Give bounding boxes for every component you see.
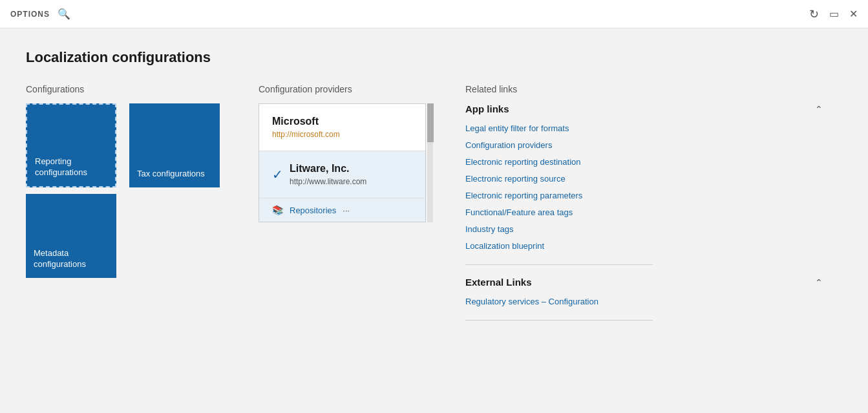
- tile-metadata-label: Metadata configurations: [34, 248, 109, 270]
- checkmark-icon: ✓: [272, 167, 283, 182]
- configurations-column: Configurations Reporting configurations …: [26, 84, 246, 394]
- tile-tax-label: Tax configurations: [137, 169, 205, 180]
- title-bar-right: ↻ ▭ ✕: [809, 7, 858, 21]
- provider-litware-inner: ✓ Litware, Inc. http://www.litware.com: [272, 163, 412, 186]
- app-links-title: App links: [465, 103, 509, 114]
- options-label: OPTIONS: [10, 10, 50, 19]
- provider-litware[interactable]: ✓ Litware, Inc. http://www.litware.com: [259, 151, 425, 198]
- configurations-section-title: Configurations: [26, 84, 246, 94]
- tile-reporting-label: Reporting configurations: [35, 156, 107, 178]
- tile-tax[interactable]: Tax configurations: [129, 103, 220, 187]
- providers-scroll-wrap: Microsoft http://microsoft.com ✓ Litware…: [259, 103, 433, 222]
- external-links-section: External Links ⌃ Regulatory services – C…: [465, 277, 823, 307]
- list-item: Configuration providers: [465, 139, 823, 151]
- provider-microsoft[interactable]: Microsoft http://microsoft.com: [259, 104, 425, 151]
- title-bar: OPTIONS 🔍 ↻ ▭ ✕: [0, 0, 868, 28]
- refresh-icon[interactable]: ↻: [809, 7, 819, 21]
- main-content: Localization configurations Configuratio…: [0, 28, 868, 413]
- repositories-link[interactable]: Repositories: [290, 206, 336, 215]
- list-item: Legal entity filter for formats: [465, 122, 823, 134]
- provider-microsoft-url: http://microsoft.com: [272, 130, 412, 139]
- link-config-providers[interactable]: Configuration providers: [465, 140, 552, 150]
- close-icon[interactable]: ✕: [849, 8, 858, 20]
- app-links-list: Legal entity filter for formats Configur…: [465, 122, 823, 251]
- external-links-list: Regulatory services – Configuration: [465, 295, 823, 307]
- providers-column: Configuration providers Microsoft http:/…: [246, 84, 446, 394]
- tile-reporting[interactable]: Reporting configurations: [26, 103, 116, 187]
- list-item: Electronic reporting source: [465, 173, 823, 184]
- search-icon[interactable]: 🔍: [58, 8, 70, 20]
- link-legal-entity[interactable]: Legal entity filter for formats: [465, 123, 569, 133]
- list-item: Functional/Feature area tags: [465, 206, 823, 218]
- providers-scroll-thumb[interactable]: [427, 103, 434, 142]
- link-industry-tags[interactable]: Industry tags: [465, 224, 513, 234]
- list-item: Electronic reporting parameters: [465, 189, 823, 201]
- app-links-collapse-icon[interactable]: ⌃: [815, 104, 823, 114]
- providers-scrollbar[interactable]: [427, 103, 433, 222]
- link-er-destination[interactable]: Electronic reporting destination: [465, 157, 581, 167]
- providers-section-title: Configuration providers: [259, 84, 433, 94]
- external-links-header: External Links ⌃: [465, 277, 823, 289]
- list-item: Industry tags: [465, 223, 823, 235]
- related-links-column: Related links App links ⌃ Legal entity f…: [446, 84, 842, 394]
- ellipsis-button[interactable]: ···: [343, 206, 350, 215]
- external-links-collapse-icon[interactable]: ⌃: [815, 277, 823, 288]
- list-item: Regulatory services – Configuration: [465, 295, 823, 307]
- external-links-title: External Links: [465, 277, 532, 288]
- provider-microsoft-name: Microsoft: [272, 116, 412, 127]
- repositories-icon: 📚: [272, 205, 283, 215]
- tile-metadata[interactable]: Metadata configurations: [26, 194, 116, 278]
- divider-1: [465, 264, 653, 265]
- popout-icon[interactable]: ▭: [829, 8, 839, 20]
- provider-litware-details: Litware, Inc. http://www.litware.com: [290, 163, 412, 186]
- link-er-source[interactable]: Electronic reporting source: [465, 174, 566, 184]
- link-localization-blueprint[interactable]: Localization blueprint: [465, 241, 544, 251]
- related-links-section-title: Related links: [465, 84, 823, 94]
- app-links-header: App links ⌃: [465, 103, 823, 116]
- provider-litware-url: http://www.litware.com: [290, 177, 412, 186]
- providers-list: Microsoft http://microsoft.com ✓ Litware…: [259, 103, 426, 222]
- list-item: Electronic reporting destination: [465, 156, 823, 167]
- app-links-section: App links ⌃ Legal entity filter for form…: [465, 103, 823, 251]
- divider-2: [465, 320, 653, 321]
- tiles-grid: Reporting configurations Tax configurati…: [26, 103, 226, 278]
- three-column-layout: Configurations Reporting configurations …: [26, 84, 842, 394]
- provider-litware-name: Litware, Inc.: [290, 163, 412, 175]
- provider-actions: 📚 Repositories ···: [259, 198, 425, 222]
- page-title: Localization configurations: [26, 49, 842, 66]
- link-er-parameters[interactable]: Electronic reporting parameters: [465, 191, 582, 200]
- list-item: Localization blueprint: [465, 240, 823, 251]
- link-regulatory-services[interactable]: Regulatory services – Configuration: [465, 297, 598, 306]
- link-functional-tags[interactable]: Functional/Feature area tags: [465, 207, 573, 217]
- title-bar-left: OPTIONS 🔍: [10, 8, 70, 20]
